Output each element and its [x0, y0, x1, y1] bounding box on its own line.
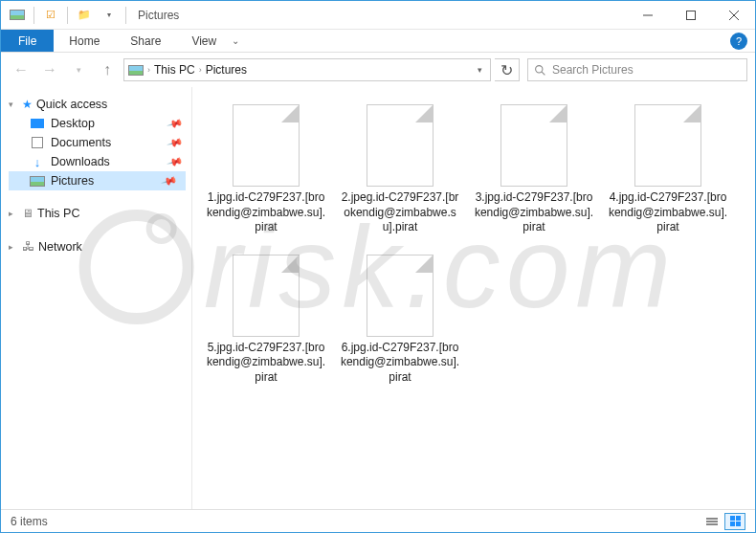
address-bar[interactable]: › This PC › Pictures ▾	[123, 58, 491, 81]
sidebar-item-label: Downloads	[51, 155, 110, 168]
sidebar-item-desktop[interactable]: Desktop 📌	[9, 114, 191, 133]
title-bar: ☑ 📁 ▾ Pictures	[1, 1, 755, 30]
file-icon	[367, 104, 434, 187]
ribbon: File Home Share View ⌄ ?	[1, 30, 755, 53]
file-icon	[233, 255, 300, 337]
sidebar-label: Quick access	[36, 98, 107, 111]
search-icon	[534, 64, 546, 77]
sidebar-item-downloads[interactable]: ↓ Downloads 📌	[9, 152, 191, 171]
item-count: 6 items	[11, 515, 48, 528]
file-icon	[500, 104, 567, 187]
close-button[interactable]	[712, 1, 755, 29]
file-name: 2.jpeg.id-C279F237.[brokendig@zimbabwe.s…	[339, 190, 461, 235]
view-buttons	[701, 513, 745, 530]
maximize-button[interactable]	[669, 1, 712, 29]
separator	[33, 7, 34, 24]
file-icon	[634, 104, 701, 187]
separator	[125, 7, 126, 24]
sidebar-this-pc[interactable]: ▸ 🖥 This PC	[9, 204, 191, 223]
ribbon-expand-icon[interactable]: ⌄	[232, 35, 239, 46]
icons-view-button[interactable]	[724, 513, 745, 530]
pin-icon: 📌	[167, 153, 185, 170]
file-item[interactable]: 4.jpg.id-C279F237.[brokendig@zimbabwe.su…	[606, 104, 730, 235]
refresh-button[interactable]: ↻	[495, 58, 520, 81]
file-name: 1.jpg.id-C279F237.[brokendig@zimbabwe.su…	[205, 190, 327, 235]
svg-point-4	[536, 65, 543, 72]
window-title: Pictures	[138, 9, 179, 22]
chevron-right-icon[interactable]: ›	[199, 65, 202, 75]
computer-icon: 🖥	[22, 207, 33, 220]
sidebar-network[interactable]: ▸ 🖧 Network	[9, 236, 191, 256]
details-view-button[interactable]	[701, 513, 723, 530]
minimize-button[interactable]	[626, 1, 669, 29]
up-button[interactable]: ↑	[95, 57, 120, 82]
file-list[interactable]: 1.jpg.id-C279F237.[brokendig@zimbabwe.su…	[192, 87, 755, 509]
explorer-window: ☑ 📁 ▾ Pictures File Home Share View ⌄ ? …	[0, 0, 756, 533]
file-icon	[367, 255, 434, 337]
address-dropdown-icon[interactable]: ▾	[474, 65, 486, 75]
file-name: 6.jpg.id-C279F237.[brokendig@zimbabwe.su…	[339, 341, 461, 386]
file-item[interactable]: 5.jpg.id-C279F237.[brokendig@zimbabwe.su…	[204, 255, 328, 386]
sidebar-item-label: Pictures	[51, 174, 94, 188]
file-item[interactable]: 1.jpg.id-C279F237.[brokendig@zimbabwe.su…	[204, 104, 328, 235]
file-name: 5.jpg.id-C279F237.[brokendig@zimbabwe.su…	[205, 341, 327, 386]
pin-icon: 📌	[167, 134, 185, 151]
tab-view[interactable]: View	[176, 30, 232, 52]
file-name: 4.jpg.id-C279F237.[brokendig@zimbabwe.su…	[607, 190, 729, 235]
file-name: 3.jpg.id-C279F237.[brokendig@zimbabwe.su…	[473, 190, 595, 235]
star-icon: ★	[22, 98, 33, 111]
new-folder-icon[interactable]: 📁	[74, 7, 95, 24]
file-icon	[233, 104, 300, 187]
help-icon[interactable]: ?	[730, 33, 747, 50]
location-icon	[128, 63, 144, 77]
chevron-right-icon[interactable]: ▸	[9, 209, 18, 218]
sidebar-item-pictures[interactable]: Pictures 📌	[9, 171, 186, 190]
navigation-pane: ▾ ★ Quick access Desktop 📌 Documents 📌 ↓…	[1, 87, 192, 509]
properties-icon[interactable]: ☑	[40, 7, 61, 24]
recent-dropdown-icon[interactable]: ▾	[66, 57, 91, 82]
sidebar-quick-access[interactable]: ▾ ★ Quick access	[9, 95, 191, 114]
tab-share[interactable]: Share	[115, 30, 176, 52]
navigation-bar: ← → ▾ ↑ › This PC › Pictures ▾ ↻ Search …	[1, 53, 755, 87]
svg-rect-1	[686, 11, 695, 19]
body: ▾ ★ Quick access Desktop 📌 Documents 📌 ↓…	[1, 87, 755, 509]
search-placeholder: Search Pictures	[552, 63, 634, 77]
quick-access-toolbar: ☑ 📁 ▾	[1, 7, 128, 24]
network-icon: 🖧	[22, 239, 34, 254]
search-input[interactable]: Search Pictures	[527, 58, 747, 81]
tab-file[interactable]: File	[1, 30, 54, 52]
document-icon	[30, 136, 45, 149]
separator	[67, 7, 68, 24]
status-bar: 6 items	[1, 509, 755, 532]
svg-line-5	[542, 72, 545, 75]
sidebar-item-documents[interactable]: Documents 📌	[9, 133, 191, 152]
tab-home[interactable]: Home	[54, 30, 115, 52]
chevron-right-icon[interactable]: ▸	[9, 242, 18, 252]
window-controls	[626, 1, 755, 29]
qat-dropdown-icon[interactable]: ▾	[99, 7, 120, 24]
chevron-right-icon[interactable]: ›	[147, 65, 150, 75]
pictures-icon	[30, 174, 45, 188]
back-button[interactable]: ←	[9, 57, 33, 82]
pin-icon: 📌	[167, 115, 185, 132]
breadcrumb[interactable]: Pictures	[206, 63, 247, 77]
desktop-icon	[30, 117, 45, 130]
file-item[interactable]: 3.jpg.id-C279F237.[brokendig@zimbabwe.su…	[472, 104, 596, 235]
forward-button[interactable]: →	[37, 57, 62, 82]
chevron-down-icon[interactable]: ▾	[9, 100, 18, 109]
sidebar-label: Network	[38, 240, 82, 254]
sidebar-item-label: Desktop	[51, 117, 95, 130]
app-icon	[7, 7, 28, 24]
pin-icon: 📌	[161, 172, 179, 189]
sidebar-item-label: Documents	[51, 136, 111, 149]
download-icon: ↓	[30, 155, 45, 168]
file-item[interactable]: 2.jpeg.id-C279F237.[brokendig@zimbabwe.s…	[338, 104, 462, 235]
sidebar-label: This PC	[37, 207, 79, 220]
file-item[interactable]: 6.jpg.id-C279F237.[brokendig@zimbabwe.su…	[338, 255, 462, 386]
breadcrumb[interactable]: This PC	[154, 63, 195, 77]
